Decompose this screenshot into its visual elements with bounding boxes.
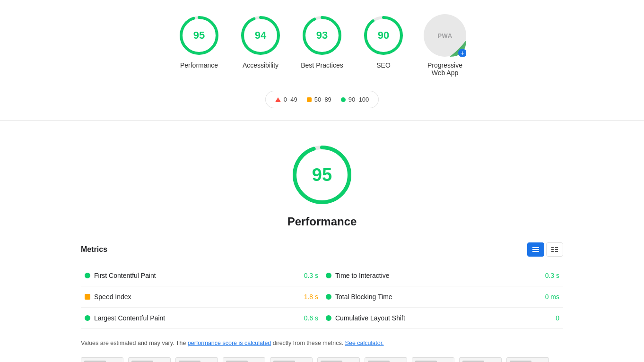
good-icon <box>341 97 346 102</box>
list-icon <box>550 246 559 253</box>
metric-name-lcp: Largest Contentful Paint <box>94 314 300 322</box>
score-number-seo: 90 <box>378 29 389 42</box>
thumbnail-2 <box>128 357 171 362</box>
main-score-number: 95 <box>312 165 332 185</box>
metric-value-fcp: 0.3 s <box>304 272 318 279</box>
thumbnail-10 <box>506 357 549 362</box>
legend-item-good: 90–100 <box>341 96 369 103</box>
footnote-link1[interactable]: performance score is calculated <box>188 340 271 346</box>
metric-row-si: Speed Index 1.8 s <box>81 286 322 308</box>
thumbnail-9 <box>459 357 502 362</box>
score-number-accessibility: 94 <box>255 29 266 42</box>
legend-bar: 0–49 50–89 90–100 <box>265 91 379 108</box>
pwa-leaf-icon: + <box>450 40 466 57</box>
thumbnail-8 <box>412 357 454 362</box>
metric-name-cls: Cumulative Layout Shift <box>335 314 552 322</box>
svg-text:+: + <box>461 49 464 57</box>
metric-value-si: 1.8 s <box>304 293 318 301</box>
score-item-accessibility: 94 Accessibility <box>239 14 282 69</box>
metric-dot-tbt <box>326 294 331 300</box>
section-divider <box>0 120 644 121</box>
metric-row-fcp: First Contentful Paint 0.3 s <box>81 265 322 286</box>
metric-value-tbt: 0 ms <box>545 293 559 301</box>
score-label-performance: Performance <box>180 61 218 69</box>
score-label-seo: SEO <box>376 61 391 69</box>
metric-value-cls: 0 <box>556 314 559 322</box>
legend-range-good: 90–100 <box>348 96 369 103</box>
score-label-accessibility: Accessibility <box>243 61 278 69</box>
metrics-header: Metrics <box>81 242 563 257</box>
average-icon <box>307 97 312 102</box>
footnote-text1: Values are estimated and may vary. The <box>81 340 188 346</box>
score-item-best-practices: 93 Best Practices <box>301 14 343 69</box>
main-score-label: Performance <box>287 215 357 228</box>
metric-name-tti: Time to Interactive <box>335 272 541 279</box>
metrics-title: Metrics <box>81 245 107 254</box>
main-section: 95 Performance Metrics <box>62 128 582 362</box>
score-label-pwa: Progressive Web App <box>424 61 466 77</box>
grid-icon <box>531 246 540 253</box>
metric-row-cls: Cumulative Layout Shift 0 <box>322 308 563 329</box>
thumbnails-row <box>81 357 563 362</box>
metric-name-tbt: Total Blocking Time <box>335 293 541 301</box>
metric-value-tti: 0.3 s <box>545 272 559 279</box>
score-label-best-practices: Best Practices <box>301 61 343 69</box>
legend-item-fail: 0–49 <box>275 96 297 103</box>
metric-row-tti: Time to Interactive 0.3 s <box>322 265 563 286</box>
metric-value-lcp: 0.6 s <box>304 314 318 322</box>
metric-name-fcp: First Contentful Paint <box>94 272 300 279</box>
legend-container: 0–49 50–89 90–100 <box>0 86 644 113</box>
score-circle-seo: 90 <box>362 14 405 57</box>
metric-dot-fcp <box>85 273 90 278</box>
metric-dot-tti <box>326 273 331 278</box>
pwa-abbr: PWA <box>437 32 452 39</box>
score-circle-accessibility: 94 <box>239 14 282 57</box>
main-score-container: 95 Performance <box>81 142 563 228</box>
footnote-link2[interactable]: See calculator. <box>345 340 384 346</box>
metric-dot-lcp <box>85 315 90 321</box>
metric-dot-cls <box>326 315 331 321</box>
metrics-grid: First Contentful Paint 0.3 s Time to Int… <box>81 265 563 329</box>
thumbnail-6 <box>317 357 360 362</box>
metric-row-lcp: Largest Contentful Paint 0.6 s <box>81 308 322 329</box>
main-score-circle: 95 <box>289 142 355 208</box>
score-number-best-practices: 93 <box>316 29 328 42</box>
thumbnail-3 <box>175 357 218 362</box>
thumbnail-1 <box>81 357 123 362</box>
fail-icon <box>275 97 281 102</box>
view-toggle <box>527 242 563 257</box>
score-circle-performance: 95 <box>178 14 220 57</box>
metric-dot-si <box>85 294 90 300</box>
pwa-circle: PWA + <box>424 14 466 57</box>
thumbnail-7 <box>365 357 407 362</box>
footnote: Values are estimated and may vary. The p… <box>81 338 563 348</box>
list-view-button[interactable] <box>546 242 563 257</box>
score-item-seo: 90 SEO <box>362 14 405 69</box>
legend-range-fail: 0–49 <box>284 96 297 103</box>
score-item-performance: 95 Performance <box>178 14 220 69</box>
metric-name-si: Speed Index <box>94 293 300 301</box>
footnote-text2: directly from these metrics. <box>271 340 345 346</box>
score-number-performance: 95 <box>193 29 205 42</box>
legend-item-average: 50–89 <box>307 96 331 103</box>
score-item-pwa: PWA + Progressive Web App <box>424 14 466 77</box>
top-scores-section: 95 Performance 94 Accessibility 93 Best … <box>0 0 644 86</box>
metric-row-tbt: Total Blocking Time 0 ms <box>322 286 563 308</box>
score-circle-best-practices: 93 <box>301 14 343 57</box>
thumbnail-4 <box>223 357 265 362</box>
grid-view-button[interactable] <box>527 242 544 257</box>
thumbnail-5 <box>270 357 313 362</box>
legend-range-average: 50–89 <box>314 96 331 103</box>
